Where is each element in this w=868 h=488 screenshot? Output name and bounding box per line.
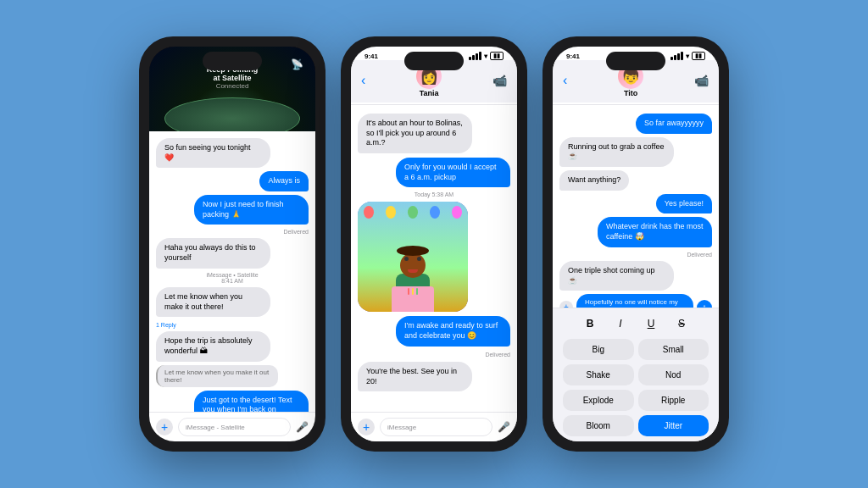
effect-big[interactable]: Big — [563, 339, 634, 360]
battery-icon: ▮▮ — [490, 52, 504, 60]
satellite-meta: iMessage • Satellite8:41 AM — [156, 272, 309, 284]
effect-nod[interactable]: Nod — [638, 364, 709, 385]
message-input[interactable]: iMessage - Satellite — [178, 418, 291, 436]
status-icons: ▾ ▮▮ — [469, 52, 504, 60]
effect-bloom[interactable]: Bloom — [563, 415, 634, 436]
time-label: 9:41 — [364, 53, 378, 60]
list-item: Hope the trip is absolutely wonderful 🏔 — [156, 331, 270, 361]
satellite-connected: Connected — [173, 82, 292, 90]
list-item: Haha you always do this to yourself — [156, 238, 270, 268]
list-item: I'm awake and ready to surf and celebrat… — [396, 316, 510, 346]
list-item: Running out to grab a coffee ☕ — [559, 137, 674, 167]
effect-shake[interactable]: Shake — [563, 364, 634, 385]
list-item: One triple shot coming up ☕ — [559, 261, 674, 291]
microphone-icon-2[interactable]: 🎤 — [498, 421, 510, 433]
time-label-3: 9:41 — [566, 53, 580, 60]
time-divider: Today 5:38 AM — [358, 191, 510, 197]
strikethrough-button[interactable]: S — [671, 313, 692, 334]
list-item: Want anything? — [559, 170, 629, 191]
quoted-message: Let me know when you make it out there! — [156, 365, 278, 387]
list-item: It's about an hour to Bolinas, so I'll p… — [358, 114, 472, 153]
phone3-message-list: So far awayyyyyy Running out to grab a c… — [553, 107, 719, 308]
compose-row: + Hopefully no one will notice my leg bo… — [559, 294, 712, 308]
phone2-message-list: It's about an hour to Bolinas, so I'll p… — [351, 107, 517, 412]
underline-button[interactable]: U — [641, 313, 661, 334]
battery-icon-3: ▮▮ — [692, 52, 705, 60]
list-item: Whatever drink has the most caffeine 🤯 — [598, 217, 712, 247]
phone1-message-list: So fun seeing you tonight ❤️ Always is N… — [149, 131, 315, 412]
divider-3 — [553, 104, 719, 105]
wifi-icon: ▾ — [484, 53, 487, 60]
video-call-button[interactable]: 📹 — [492, 74, 507, 87]
list-item: Just got to the desert! Text you when I'… — [194, 391, 309, 412]
italic-button[interactable]: I — [610, 313, 631, 334]
list-item: So fun seeing you tonight ❤️ — [156, 138, 270, 168]
signal-icon-3 — [670, 52, 683, 60]
dynamic-island-1 — [203, 52, 262, 70]
satellite-subtitle: at Satellite — [173, 74, 292, 82]
delivered-label: Delivered — [156, 229, 309, 235]
add-button[interactable]: + — [156, 419, 173, 435]
microphone-icon[interactable]: 🎤 — [296, 421, 309, 433]
dynamic-island-2 — [404, 52, 464, 70]
add-button-2[interactable]: + — [358, 419, 375, 435]
list-item: Now I just need to finish packing 🙏 — [194, 195, 309, 225]
format-bar: B I U S — [563, 313, 709, 334]
wifi-icon-3: ▾ — [686, 53, 689, 60]
format-toolbar: B I U S Big Small Shake Nod Explode Ripp… — [553, 308, 719, 441]
dynamic-island-3 — [606, 52, 665, 70]
phone-1: Keep Pointing at Satellite Connected 📡 S… — [139, 36, 326, 452]
phone1-input-bar: + iMessage - Satellite 🎤 — [149, 412, 315, 441]
send-button-inline[interactable]: ↑ — [697, 300, 712, 308]
status-icons-3: ▾ ▮▮ — [670, 52, 705, 60]
input-placeholder-2: iMessage — [387, 424, 416, 431]
satellite-icon: 📡 — [291, 58, 303, 70]
list-item: Let me know when you make it out there! — [156, 287, 270, 317]
bold-button[interactable]: B — [580, 313, 600, 334]
add-inline-button[interactable]: + — [559, 301, 573, 308]
contact-name: Tania — [420, 89, 439, 97]
back-button[interactable]: ‹ — [361, 73, 365, 88]
delivered-label-3: Delivered — [559, 252, 712, 258]
balloons — [358, 206, 468, 219]
delivered-label: Delivered — [358, 352, 510, 358]
effect-jitter[interactable]: Jitter — [638, 415, 709, 436]
composing-bubble: Hopefully no one will notice my leg boun… — [576, 294, 693, 308]
back-button-3[interactable]: ‹ — [563, 73, 567, 88]
effect-ripple[interactable]: Ripple — [638, 390, 709, 411]
reply-count[interactable]: 1 Reply — [156, 322, 309, 328]
effect-small[interactable]: Small — [638, 339, 709, 360]
effects-grid: Big Small Shake Nod Explode Ripple Bloom… — [563, 339, 709, 436]
list-item: Always is — [259, 171, 309, 191]
list-item: So far awayyyyyy — [636, 114, 712, 134]
list-item: You're the best. See you in 20! — [358, 362, 472, 391]
divider — [351, 104, 517, 105]
video-call-button-3[interactable]: 📹 — [694, 74, 709, 87]
list-item: Only for you would I accept a 6 a.m. pic… — [396, 158, 510, 187]
effect-explode[interactable]: Explode — [563, 390, 634, 411]
phone-2: 9:41 ▾ ▮▮ ‹ 👩 Tania 📹 — [341, 36, 527, 452]
birthday-image — [358, 202, 468, 312]
input-placeholder: iMessage - Satellite — [186, 424, 245, 431]
phone-3: 9:41 ▾ ▮▮ ‹ 👦 Tito 📹 — [542, 36, 729, 452]
contact-name-3: Tito — [624, 89, 637, 97]
phone2-input-bar: + iMessage 🎤 — [351, 412, 517, 441]
list-item: Yes please! — [656, 194, 712, 214]
signal-icon — [469, 52, 481, 60]
message-input-2[interactable]: iMessage — [380, 418, 492, 436]
planet — [164, 97, 300, 131]
